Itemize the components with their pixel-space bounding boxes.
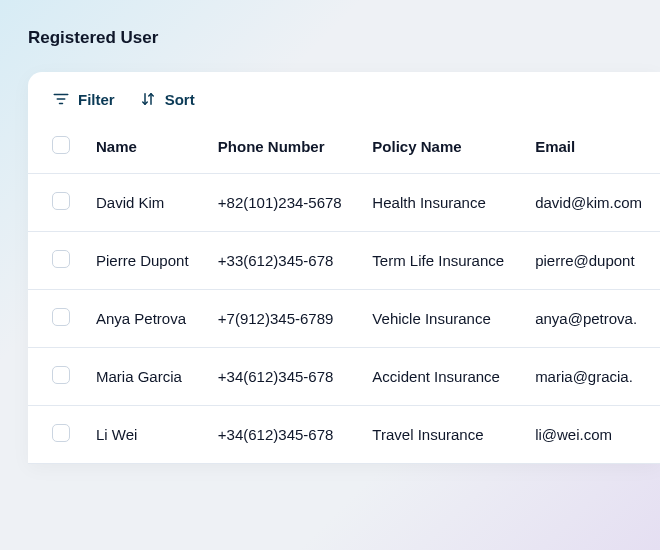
filter-label: Filter (78, 91, 115, 108)
cell-policy: Travel Insurance (360, 406, 523, 464)
table-row: David Kim+82(101)234-5678Health Insuranc… (28, 174, 660, 232)
column-name[interactable]: Name (84, 120, 206, 174)
cell-phone: +34(612)345-678 (206, 406, 361, 464)
cell-name: Pierre Dupont (84, 232, 206, 290)
cell-name: David Kim (84, 174, 206, 232)
filter-button[interactable]: Filter (52, 90, 115, 108)
cell-policy: Accident Insurance (360, 348, 523, 406)
sort-icon (139, 90, 157, 108)
row-checkbox[interactable] (52, 308, 70, 326)
cell-email: david@kim.com (523, 174, 660, 232)
cell-email: pierre@dupont (523, 232, 660, 290)
cell-phone: +34(612)345-678 (206, 348, 361, 406)
sort-button[interactable]: Sort (139, 90, 195, 108)
section-title: Registered User (28, 28, 660, 48)
cell-policy: Term Life Insurance (360, 232, 523, 290)
cell-email: maria@gracia. (523, 348, 660, 406)
cell-policy: Health Insurance (360, 174, 523, 232)
row-checkbox[interactable] (52, 250, 70, 268)
column-phone[interactable]: Phone Number (206, 120, 361, 174)
row-checkbox[interactable] (52, 424, 70, 442)
cell-email: anya@petrova. (523, 290, 660, 348)
select-all-checkbox[interactable] (52, 136, 70, 154)
cell-phone: +33(612)345-678 (206, 232, 361, 290)
table-row: Anya Petrova+7(912)345-6789Vehicle Insur… (28, 290, 660, 348)
sort-label: Sort (165, 91, 195, 108)
filter-icon (52, 90, 70, 108)
cell-name: Anya Petrova (84, 290, 206, 348)
cell-phone: +7(912)345-6789 (206, 290, 361, 348)
table-row: Li Wei+34(612)345-678Travel Insuranceli@… (28, 406, 660, 464)
row-checkbox[interactable] (52, 192, 70, 210)
users-table: Name Phone Number Policy Name Email Davi… (28, 120, 660, 464)
row-checkbox[interactable] (52, 366, 70, 384)
table-row: Maria Garcia+34(612)345-678Accident Insu… (28, 348, 660, 406)
cell-name: Maria Garcia (84, 348, 206, 406)
cell-email: li@wei.com (523, 406, 660, 464)
table-header-row: Name Phone Number Policy Name Email (28, 120, 660, 174)
cell-name: Li Wei (84, 406, 206, 464)
column-policy[interactable]: Policy Name (360, 120, 523, 174)
column-email[interactable]: Email (523, 120, 660, 174)
toolbar: Filter Sort (28, 72, 660, 120)
user-table-card: Filter Sort Name Phone Number Policy Nam… (28, 72, 660, 464)
table-row: Pierre Dupont+33(612)345-678Term Life In… (28, 232, 660, 290)
cell-policy: Vehicle Insurance (360, 290, 523, 348)
cell-phone: +82(101)234-5678 (206, 174, 361, 232)
